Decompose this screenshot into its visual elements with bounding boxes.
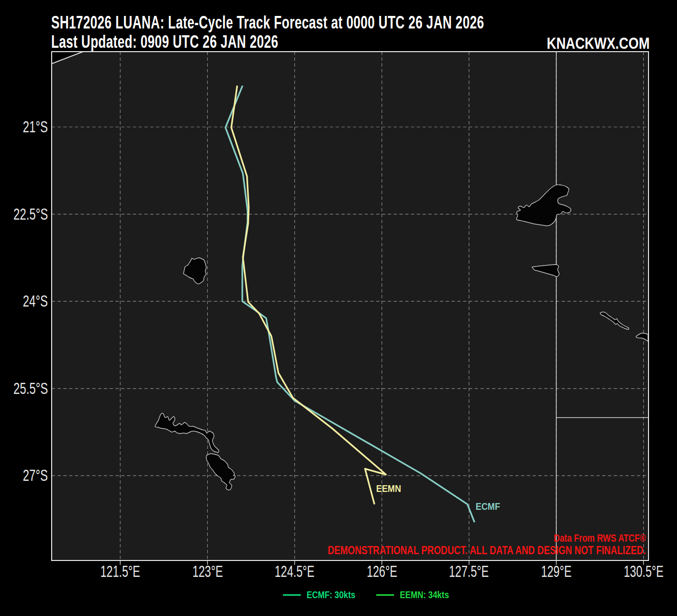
y-axis-label: 27°S — [14, 466, 48, 485]
ecmf-line-swatch — [283, 594, 301, 596]
legend-item-eemn: EEMN: 34kts — [376, 589, 461, 601]
map-background — [52, 52, 649, 560]
legend-label-eemn: EEMN: 34kts — [400, 589, 449, 601]
y-axis-label: 24°S — [14, 292, 48, 311]
x-axis-label: 127.5°E — [445, 563, 493, 580]
track-label-ecmf: ECMF — [476, 501, 500, 512]
eemn-line-swatch — [376, 594, 394, 596]
legend: ECMF: 30kts EEMN: 34kts — [283, 589, 461, 601]
attribution-text: Data From RWS ATCF® — [553, 532, 646, 545]
legend-label-ecmf: ECMF: 30kts — [307, 589, 355, 601]
legend-item-ecmf: ECMF: 30kts — [283, 589, 367, 601]
x-axis-label: 130.5°E — [620, 563, 667, 580]
x-axis-label: 126°E — [358, 563, 406, 580]
y-axis-label: 25.5°S — [14, 379, 48, 398]
x-axis-label: 121.5°E — [97, 563, 144, 580]
y-axis-label: 22.5°S — [14, 205, 48, 224]
x-axis-label: 124.5°E — [271, 563, 318, 580]
track-forecast-map: ECMFEEMN — [0, 0, 677, 616]
x-axis-label: 123°E — [184, 563, 231, 580]
track-label-eemn: EEMN — [376, 483, 401, 494]
y-axis-label: 21°S — [14, 117, 48, 137]
disclaimer-text: DEMONSTRATIONAL PRODUCT. ALL DATA AND DE… — [327, 544, 646, 557]
x-axis-label: 129°E — [533, 563, 580, 580]
